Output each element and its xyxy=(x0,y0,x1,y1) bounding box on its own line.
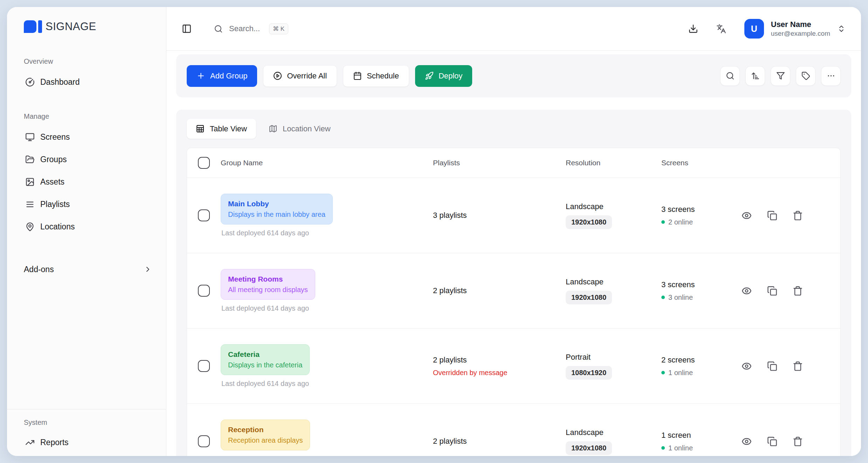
last-deployed-text: Last deployed 614 days ago xyxy=(221,380,433,388)
sidebar-toggle-button[interactable] xyxy=(182,24,192,34)
sidebar-footer: System Reports xyxy=(7,409,166,456)
tags-button[interactable] xyxy=(796,66,815,86)
row-checkbox[interactable] xyxy=(198,285,210,297)
delete-button[interactable] xyxy=(793,361,803,371)
sidebar: SIGNAGE Overview Dashboard Manage Screen… xyxy=(7,7,166,456)
trash-icon xyxy=(793,436,803,447)
main-area: Search... ⌘ K U User Name xyxy=(166,7,861,456)
sort-button[interactable] xyxy=(745,66,765,86)
schedule-button[interactable]: Schedule xyxy=(343,65,409,87)
add-group-button[interactable]: Add Group xyxy=(187,65,257,87)
sidebar-item-groups[interactable]: Groups xyxy=(19,149,160,170)
orientation-text: Landscape xyxy=(566,428,661,437)
tab-location-view-label: Location View xyxy=(283,124,331,133)
screens-count: 3 screens xyxy=(661,205,734,214)
user-menu[interactable]: U User Name user@example.com xyxy=(744,19,846,39)
pisignage-logo-icon xyxy=(24,20,42,33)
more-options-button[interactable] xyxy=(821,66,841,86)
sidebar-item-label: Dashboard xyxy=(40,77,80,87)
last-deployed-text: Last deployed 614 days ago xyxy=(221,229,433,237)
override-status: Overridden by message xyxy=(433,369,566,377)
top-header: Search... ⌘ K U User Name xyxy=(166,7,861,51)
brand-name: SIGNAGE xyxy=(46,20,96,33)
table-row: Meeting Rooms All meeting room displays … xyxy=(187,253,840,328)
row-actions xyxy=(734,436,840,447)
group-badge[interactable]: Meeting Rooms All meeting room displays xyxy=(221,269,315,299)
group-name: Meeting Rooms xyxy=(228,274,308,284)
table-search-button[interactable] xyxy=(720,66,740,86)
sidebar-item-locations[interactable]: Locations xyxy=(19,216,160,237)
online-dot-icon xyxy=(661,220,665,224)
add-group-label: Add Group xyxy=(210,71,247,81)
avatar: U xyxy=(744,19,764,39)
online-status: 1 online xyxy=(661,444,734,452)
tag-icon xyxy=(801,71,810,80)
online-dot-icon xyxy=(661,446,665,450)
row-checkbox[interactable] xyxy=(198,435,210,447)
view-button[interactable] xyxy=(742,210,752,221)
deploy-button[interactable]: Deploy xyxy=(415,65,472,87)
group-description: Reception area displays xyxy=(228,435,303,445)
sidebar-item-label: Groups xyxy=(40,155,67,164)
duplicate-button[interactable] xyxy=(767,210,777,221)
search-shortcut-kbd: ⌘ K xyxy=(269,23,288,34)
group-badge[interactable]: Cafeteria Displays in the cafeteria xyxy=(221,344,310,375)
table-grid-icon xyxy=(196,124,205,133)
orientation-text: Portrait xyxy=(566,353,661,362)
folder-open-icon xyxy=(25,155,35,164)
user-meta: User Name user@example.com xyxy=(771,20,830,37)
tab-location-view[interactable]: Location View xyxy=(260,119,340,139)
resolution-badge: 1920x1080 xyxy=(566,291,612,304)
search-placeholder: Search... xyxy=(229,24,260,33)
group-badge[interactable]: Reception Reception area displays xyxy=(221,420,310,450)
eye-icon xyxy=(742,436,752,447)
sidebar-item-playlists[interactable]: Playlists xyxy=(19,194,160,214)
view-button[interactable] xyxy=(742,361,752,371)
search-icon xyxy=(726,71,735,80)
playlists-cell: 3 playlists xyxy=(433,211,566,220)
group-badge[interactable]: Main Lobby Displays in the main lobby ar… xyxy=(221,194,333,224)
override-all-button[interactable]: Override All xyxy=(263,65,337,87)
row-checkbox[interactable] xyxy=(198,209,210,221)
sidebar-item-addons[interactable]: Add-ons xyxy=(19,259,160,279)
addons-label: Add-ons xyxy=(24,265,54,274)
delete-button[interactable] xyxy=(793,436,803,447)
sort-ascending-icon xyxy=(751,71,760,80)
languages-icon xyxy=(716,24,726,34)
eye-icon xyxy=(742,361,752,371)
sidebar-item-assets[interactable]: Assets xyxy=(19,172,160,192)
group-name: Main Lobby xyxy=(228,199,325,209)
duplicate-button[interactable] xyxy=(767,436,777,447)
copy-icon xyxy=(767,286,777,296)
row-checkbox[interactable] xyxy=(198,360,210,372)
resolution-cell: Landscape 1920x1080 xyxy=(566,428,661,455)
section-label-system: System xyxy=(7,419,166,427)
map-pin-icon xyxy=(25,222,35,232)
table-header-row: Group Name Playlists Resolution Screens xyxy=(187,148,840,178)
screens-count: 2 screens xyxy=(661,355,734,365)
sidebar-item-dashboard[interactable]: Dashboard xyxy=(19,72,160,92)
duplicate-button[interactable] xyxy=(767,361,777,371)
gauge-icon xyxy=(25,77,35,87)
app-window: SIGNAGE Overview Dashboard Manage Screen… xyxy=(7,7,861,456)
select-all-checkbox[interactable] xyxy=(198,157,210,169)
list-icon xyxy=(25,200,35,209)
sidebar-item-label: Assets xyxy=(40,177,64,187)
language-button[interactable] xyxy=(716,24,726,34)
delete-button[interactable] xyxy=(793,286,803,296)
download-button[interactable] xyxy=(688,24,698,34)
resolution-badge: 1080x1920 xyxy=(566,366,612,380)
duplicate-button[interactable] xyxy=(767,286,777,296)
trending-up-icon xyxy=(25,438,35,447)
global-search[interactable]: Search... ⌘ K xyxy=(214,23,288,34)
sidebar-item-screens[interactable]: Screens xyxy=(19,127,160,147)
groups-section: Table View Location View Group Name Play… xyxy=(176,110,851,456)
group-description: Displays in the cafeteria xyxy=(228,360,302,370)
view-button[interactable] xyxy=(742,436,752,447)
view-button[interactable] xyxy=(742,286,752,296)
tab-table-view[interactable]: Table View xyxy=(187,119,256,139)
delete-button[interactable] xyxy=(793,210,803,221)
filter-button[interactable] xyxy=(771,66,790,86)
eye-icon xyxy=(742,210,752,221)
sidebar-item-reports[interactable]: Reports xyxy=(19,432,160,452)
